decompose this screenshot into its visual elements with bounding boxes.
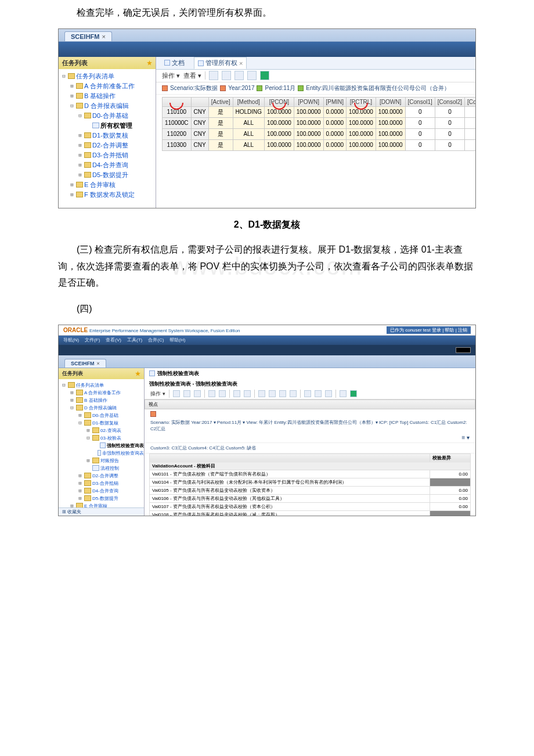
- grid-cell[interactable]: 100.0000: [265, 139, 294, 150]
- tree-item[interactable]: ⊟D 合并报表编辑: [61, 101, 156, 111]
- tree-item[interactable]: ⊟任务列表清单: [61, 381, 144, 389]
- toolbar-button[interactable]: [194, 390, 201, 397]
- grid-cell[interactable]: 100.0000: [376, 128, 405, 139]
- tree-toggle-icon[interactable]: ⊟: [77, 420, 83, 426]
- toolbar-button[interactable]: [325, 390, 332, 397]
- validation-label[interactable]: Val0104 - 资产负债表与利润表校验（未分配利润-本年利润等于归属于母公司…: [150, 478, 430, 486]
- favorites-bar[interactable]: ⊞ 收藏夹: [59, 507, 144, 516]
- toolbar-button[interactable]: [258, 390, 265, 397]
- grid-cell[interactable]: 0: [465, 106, 475, 117]
- user-status[interactable]: 已作为 conuser test 登录 | 帮助 | 注销: [387, 326, 471, 334]
- tree-toggle-icon[interactable]: ⊟: [69, 405, 75, 411]
- pov-scenario[interactable]: Scenario:实际数据: [170, 84, 218, 92]
- tree-item[interactable]: ⊞D2-合并调整: [61, 141, 156, 150]
- toolbar-button[interactable]: [260, 71, 269, 80]
- tree-toggle-icon[interactable]: ⊞: [77, 495, 83, 501]
- validation-label[interactable]: Val0105 - 资产负债表与所有者权益变动表校验（实收资本）: [150, 486, 430, 494]
- tree-toggle-icon[interactable]: ⊟: [61, 73, 67, 79]
- toolbar-button[interactable]: [222, 71, 231, 80]
- grid-cell[interactable]: 0.0000: [323, 106, 347, 117]
- tree-item[interactable]: 强制性校验查询表: [61, 442, 144, 449]
- validation-label[interactable]: Val0108 - 资产负债表与所有者权益变动表校验（减：库存股）: [150, 510, 430, 516]
- grid-cell[interactable]: 0: [465, 128, 475, 139]
- grid-cell[interactable]: 是: [208, 139, 233, 150]
- grid-cell[interactable]: 0: [405, 139, 435, 150]
- toolbar-button[interactable]: [269, 390, 276, 397]
- tree-item[interactable]: 所有权管理: [61, 121, 156, 131]
- toolbar-button[interactable]: [234, 71, 244, 80]
- toolbar-button[interactable]: [315, 390, 322, 397]
- tree-item[interactable]: ⊞对账报告: [61, 457, 144, 465]
- validation-label[interactable]: Val0106 - 资产负债表与所有者权益变动表校验（其他权益工具）: [150, 494, 430, 502]
- tree-item[interactable]: ⊞A 合并前准备工作: [61, 81, 156, 91]
- tree-toggle-icon[interactable]: ⊟: [77, 113, 83, 118]
- grid-cell[interactable]: ALL: [233, 139, 265, 150]
- grid-cell[interactable]: 100.0000: [376, 139, 405, 150]
- column-header[interactable]: [Consol3]: [465, 97, 475, 106]
- toolbar-button[interactable]: [350, 390, 357, 397]
- grid-cell[interactable]: 100.0000: [347, 128, 376, 139]
- grid-cell[interactable]: 0.0000: [323, 117, 347, 128]
- grid-cell[interactable]: ALL: [233, 117, 265, 128]
- menu-item[interactable]: 查看(V): [106, 337, 121, 343]
- grid-cell[interactable]: 0: [435, 139, 464, 150]
- grid-cell[interactable]: 0: [435, 106, 464, 117]
- menu-item[interactable]: 文件(F): [85, 337, 100, 343]
- column-header[interactable]: [PCON]: [265, 97, 294, 106]
- grid-cell[interactable]: 0: [405, 117, 435, 128]
- grid-cell[interactable]: 100.0000: [294, 106, 323, 117]
- tree-toggle-icon[interactable]: ⊞: [77, 412, 83, 418]
- grid-cell[interactable]: 100.0000: [347, 117, 376, 128]
- tree-toggle-icon[interactable]: ⊞: [77, 488, 83, 494]
- tree-item[interactable]: ⊟D1-数据复核: [61, 419, 144, 427]
- toolbar-button[interactable]: [173, 390, 180, 397]
- tree-toggle-icon[interactable]: ⊞: [69, 390, 75, 395]
- toolbar-button[interactable]: [233, 390, 240, 397]
- tree-toggle-icon[interactable]: ⊞: [77, 162, 83, 168]
- tree-item[interactable]: ⊞D5-数据提升: [61, 495, 144, 502]
- grid-cell[interactable]: HOLDING: [233, 106, 265, 117]
- grid-cell[interactable]: 0.0000: [323, 139, 347, 150]
- tree-toggle-icon[interactable]: ⊟: [85, 435, 91, 441]
- grid-cell[interactable]: 100.0000: [294, 128, 323, 139]
- tree-item[interactable]: 非强制性校验查询表: [61, 449, 144, 457]
- pov-year[interactable]: Year:2017: [228, 85, 254, 91]
- hamburger-menu[interactable]: ≡ ▾: [461, 434, 470, 441]
- grid-cell[interactable]: 是: [208, 117, 233, 128]
- tree-item[interactable]: ⊞B 基础操作: [61, 91, 156, 101]
- menu-item[interactable]: 帮助(H): [169, 337, 185, 343]
- toolbar-button[interactable]: [208, 390, 215, 397]
- tree-item[interactable]: 流程控制: [61, 465, 144, 472]
- menu-item[interactable]: 导航(N): [63, 337, 79, 343]
- grid-cell[interactable]: 0: [435, 128, 464, 139]
- tree-item[interactable]: ⊟任务列表清单: [61, 71, 156, 81]
- grid-cell[interactable]: 110300: [163, 139, 192, 150]
- grid-cell[interactable]: 0: [405, 106, 435, 117]
- tree-toggle-icon[interactable]: ⊞: [69, 397, 75, 403]
- tree-toggle-icon[interactable]: ⊞: [77, 152, 83, 158]
- tree-toggle-icon[interactable]: ⊞: [85, 427, 91, 433]
- column-header[interactable]: [Active]: [208, 97, 233, 106]
- grid-cell[interactable]: 0: [435, 117, 464, 128]
- close-icon[interactable]: ×: [239, 60, 243, 67]
- tree-toggle-icon[interactable]: ⊞: [69, 93, 75, 99]
- column-header[interactable]: [POWN]: [294, 97, 323, 106]
- validation-label[interactable]: Val0107 - 资产负债表与所有者权益变动表校验（资本公积）: [150, 502, 430, 510]
- tree-item[interactable]: ⊞E 合并审核: [61, 502, 144, 507]
- tree-item[interactable]: ⊞B 基础操作: [61, 397, 144, 404]
- grid-cell[interactable]: CNY: [191, 139, 208, 150]
- toolbar-button[interactable]: [340, 390, 347, 397]
- grid-cell[interactable]: 100.0000: [265, 117, 294, 128]
- grid-cell[interactable]: 0: [465, 117, 475, 128]
- grid-cell[interactable]: 0: [405, 128, 435, 139]
- menu-item[interactable]: 合并(C): [148, 337, 164, 343]
- doc-tab[interactable]: 文档: [161, 57, 188, 69]
- mode-pill[interactable]: [456, 347, 471, 353]
- menu-item[interactable]: 工具(T): [127, 337, 142, 343]
- star-icon[interactable]: ★: [147, 60, 152, 66]
- tree-item[interactable]: ⊟03-校验表: [61, 434, 144, 442]
- grid-cell[interactable]: 100.0000: [376, 106, 405, 117]
- grid-cell[interactable]: 100.0000: [347, 139, 376, 150]
- tree-item[interactable]: ⊞D4-合并查询: [61, 160, 156, 170]
- tree-toggle-icon[interactable]: ⊞: [69, 192, 75, 197]
